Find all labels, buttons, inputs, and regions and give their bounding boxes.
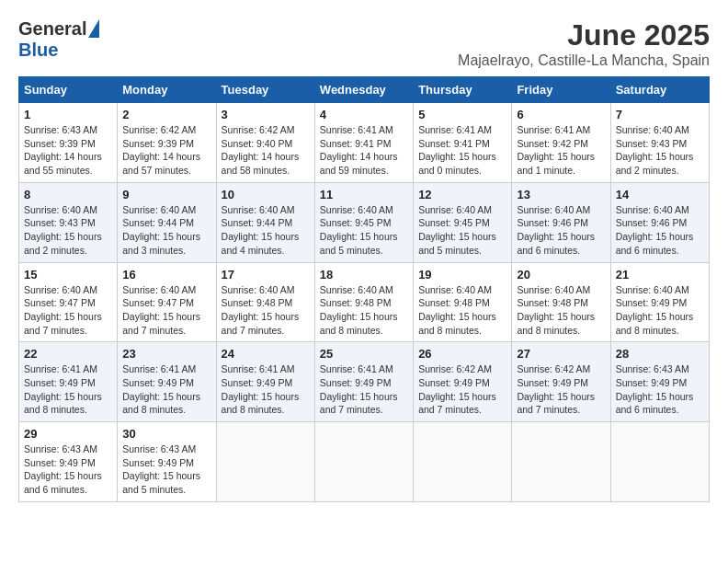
calendar-cell: 13Sunrise: 6:40 AMSunset: 9:46 PMDayligh… (512, 182, 610, 262)
header: General Blue June 2025 Majaelrayo, Casti… (18, 18, 710, 69)
calendar-cell: 8Sunrise: 6:40 AMSunset: 9:43 PMDaylight… (19, 182, 118, 262)
day-number: 25 (320, 347, 408, 361)
day-info: Sunrise: 6:40 AMSunset: 9:48 PMDaylight:… (222, 283, 310, 338)
calendar-cell: 22Sunrise: 6:41 AMSunset: 9:49 PMDayligh… (19, 342, 118, 422)
day-number: 14 (616, 188, 704, 201)
calendar-cell: 3Sunrise: 6:42 AMSunset: 9:40 PMDaylight… (216, 103, 314, 183)
day-number: 5 (418, 108, 506, 121)
day-header-sunday: Sunday (19, 77, 118, 103)
day-info: Sunrise: 6:40 AMSunset: 9:44 PMDaylight:… (222, 203, 310, 258)
day-info: Sunrise: 6:42 AMSunset: 9:49 PMDaylight:… (418, 362, 506, 417)
location-title: Majaelrayo, Castille-La Mancha, Spain (458, 52, 710, 69)
day-number: 8 (24, 188, 112, 201)
calendar-cell: 1Sunrise: 6:43 AMSunset: 9:39 PMDaylight… (19, 103, 118, 183)
day-number: 7 (616, 108, 704, 121)
title-area: June 2025 Majaelrayo, Castille-La Mancha… (458, 18, 710, 69)
day-info: Sunrise: 6:42 AMSunset: 9:49 PMDaylight:… (517, 362, 605, 417)
calendar-cell: 15Sunrise: 6:40 AMSunset: 9:47 PMDayligh… (19, 262, 118, 342)
calendar-cell (216, 422, 314, 502)
day-number: 3 (222, 108, 310, 121)
day-info: Sunrise: 6:40 AMSunset: 9:46 PMDaylight:… (517, 203, 605, 258)
calendar-cell: 10Sunrise: 6:40 AMSunset: 9:44 PMDayligh… (216, 182, 314, 262)
day-number: 20 (517, 268, 605, 282)
day-header-friday: Friday (512, 77, 610, 103)
day-info: Sunrise: 6:41 AMSunset: 9:49 PMDaylight:… (122, 362, 210, 417)
day-info: Sunrise: 6:41 AMSunset: 9:41 PMDaylight:… (418, 123, 506, 178)
day-number: 27 (517, 347, 605, 361)
calendar-cell: 20Sunrise: 6:40 AMSunset: 9:48 PMDayligh… (512, 262, 610, 342)
logo: General Blue (18, 18, 99, 61)
day-number: 26 (418, 347, 506, 361)
day-info: Sunrise: 6:43 AMSunset: 9:39 PMDaylight:… (24, 123, 112, 178)
calendar-header-row: SundayMondayTuesdayWednesdayThursdayFrid… (19, 77, 710, 103)
calendar-week-row: 8Sunrise: 6:40 AMSunset: 9:43 PMDaylight… (19, 182, 710, 262)
day-number: 16 (122, 268, 210, 282)
calendar-cell: 25Sunrise: 6:41 AMSunset: 9:49 PMDayligh… (314, 342, 413, 422)
day-number: 24 (222, 347, 310, 361)
day-number: 17 (222, 268, 310, 282)
calendar-cell: 9Sunrise: 6:40 AMSunset: 9:44 PMDaylight… (118, 182, 216, 262)
day-info: Sunrise: 6:40 AMSunset: 9:44 PMDaylight:… (122, 203, 210, 258)
logo-triangle-icon (88, 19, 99, 38)
day-info: Sunrise: 6:41 AMSunset: 9:49 PMDaylight:… (222, 362, 310, 417)
day-header-tuesday: Tuesday (216, 77, 314, 103)
day-number: 13 (517, 188, 605, 201)
day-info: Sunrise: 6:40 AMSunset: 9:48 PMDaylight:… (320, 283, 408, 338)
day-info: Sunrise: 6:40 AMSunset: 9:46 PMDaylight:… (616, 203, 704, 258)
day-info: Sunrise: 6:40 AMSunset: 9:43 PMDaylight:… (24, 203, 112, 258)
calendar-cell (512, 422, 610, 502)
calendar-table: SundayMondayTuesdayWednesdayThursdayFrid… (18, 76, 710, 502)
day-info: Sunrise: 6:41 AMSunset: 9:41 PMDaylight:… (320, 123, 408, 178)
day-info: Sunrise: 6:40 AMSunset: 9:47 PMDaylight:… (24, 283, 112, 338)
logo-blue-text: Blue (18, 40, 58, 61)
calendar-cell: 23Sunrise: 6:41 AMSunset: 9:49 PMDayligh… (118, 342, 216, 422)
day-number: 11 (320, 188, 408, 201)
day-number: 4 (320, 108, 408, 121)
calendar-cell: 4Sunrise: 6:41 AMSunset: 9:41 PMDaylight… (314, 103, 413, 183)
calendar-cell: 30Sunrise: 6:43 AMSunset: 9:49 PMDayligh… (118, 422, 216, 502)
day-header-wednesday: Wednesday (314, 77, 413, 103)
day-info: Sunrise: 6:40 AMSunset: 9:49 PMDaylight:… (616, 283, 704, 338)
calendar-cell: 5Sunrise: 6:41 AMSunset: 9:41 PMDaylight… (414, 103, 512, 183)
calendar-cell: 27Sunrise: 6:42 AMSunset: 9:49 PMDayligh… (512, 342, 610, 422)
calendar-cell: 7Sunrise: 6:40 AMSunset: 9:43 PMDaylight… (610, 103, 709, 183)
day-number: 10 (222, 188, 310, 201)
calendar-cell: 26Sunrise: 6:42 AMSunset: 9:49 PMDayligh… (414, 342, 512, 422)
day-number: 28 (616, 347, 704, 361)
day-number: 1 (24, 108, 112, 121)
day-info: Sunrise: 6:40 AMSunset: 9:45 PMDaylight:… (320, 203, 408, 258)
day-info: Sunrise: 6:42 AMSunset: 9:40 PMDaylight:… (222, 123, 310, 178)
day-info: Sunrise: 6:41 AMSunset: 9:42 PMDaylight:… (517, 123, 605, 178)
day-header-saturday: Saturday (610, 77, 709, 103)
day-number: 18 (320, 268, 408, 282)
calendar-week-row: 15Sunrise: 6:40 AMSunset: 9:47 PMDayligh… (19, 262, 710, 342)
calendar-cell: 16Sunrise: 6:40 AMSunset: 9:47 PMDayligh… (118, 262, 216, 342)
day-info: Sunrise: 6:42 AMSunset: 9:39 PMDaylight:… (122, 123, 210, 178)
calendar-cell: 12Sunrise: 6:40 AMSunset: 9:45 PMDayligh… (414, 182, 512, 262)
day-number: 12 (418, 188, 506, 201)
calendar-cell: 21Sunrise: 6:40 AMSunset: 9:49 PMDayligh… (610, 262, 709, 342)
calendar-cell: 14Sunrise: 6:40 AMSunset: 9:46 PMDayligh… (610, 182, 709, 262)
day-number: 21 (616, 268, 704, 282)
calendar-cell (610, 422, 709, 502)
calendar-cell: 17Sunrise: 6:40 AMSunset: 9:48 PMDayligh… (216, 262, 314, 342)
day-number: 15 (24, 268, 112, 282)
calendar-body: 1Sunrise: 6:43 AMSunset: 9:39 PMDaylight… (19, 103, 710, 502)
calendar-cell: 28Sunrise: 6:43 AMSunset: 9:49 PMDayligh… (610, 342, 709, 422)
day-info: Sunrise: 6:40 AMSunset: 9:47 PMDaylight:… (122, 283, 210, 338)
day-number: 29 (24, 427, 112, 441)
calendar-cell: 24Sunrise: 6:41 AMSunset: 9:49 PMDayligh… (216, 342, 314, 422)
calendar-cell (314, 422, 413, 502)
day-number: 9 (122, 188, 210, 201)
calendar-cell: 2Sunrise: 6:42 AMSunset: 9:39 PMDaylight… (118, 103, 216, 183)
calendar-cell: 19Sunrise: 6:40 AMSunset: 9:48 PMDayligh… (414, 262, 512, 342)
calendar-cell: 29Sunrise: 6:43 AMSunset: 9:49 PMDayligh… (19, 422, 118, 502)
calendar-week-row: 29Sunrise: 6:43 AMSunset: 9:49 PMDayligh… (19, 422, 710, 502)
day-number: 30 (122, 427, 210, 441)
day-info: Sunrise: 6:40 AMSunset: 9:48 PMDaylight:… (517, 283, 605, 338)
day-number: 19 (418, 268, 506, 282)
day-info: Sunrise: 6:40 AMSunset: 9:45 PMDaylight:… (418, 203, 506, 258)
day-number: 23 (122, 347, 210, 361)
day-header-thursday: Thursday (414, 77, 512, 103)
calendar-cell: 6Sunrise: 6:41 AMSunset: 9:42 PMDaylight… (512, 103, 610, 183)
